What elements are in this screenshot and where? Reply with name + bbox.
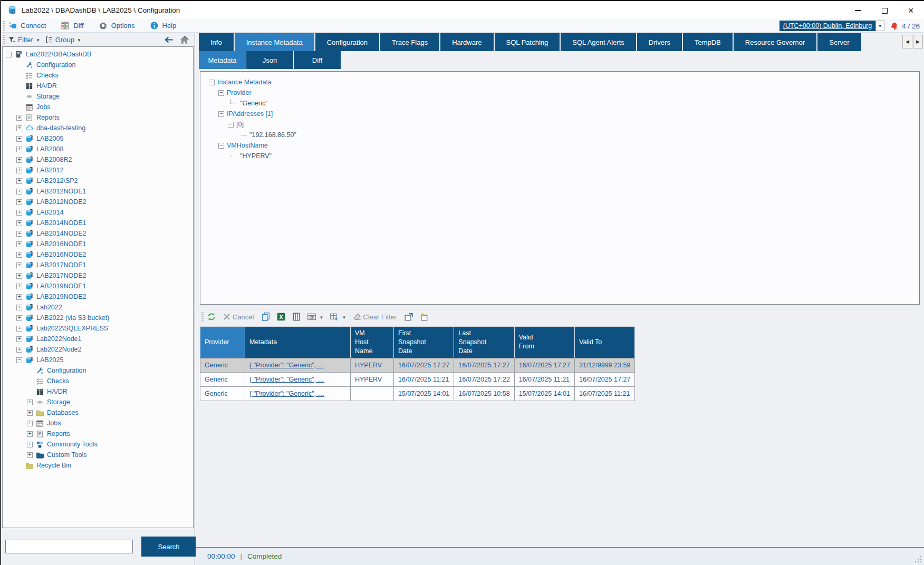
tab-scroll-left-button[interactable]: ◀ bbox=[902, 35, 912, 48]
tree-item-lab2025[interactable]: − LAB2025 bbox=[3, 355, 193, 365]
tree-item-community-tools[interactable]: + Community Tools bbox=[3, 439, 193, 450]
tab-hardware[interactable]: Hardware bbox=[440, 33, 493, 51]
filter-button[interactable]: Filter bbox=[18, 36, 33, 44]
tree-expander-icon[interactable]: + bbox=[16, 147, 22, 152]
tree-item-configuration[interactable]: Configuration bbox=[3, 365, 193, 376]
grid-cell-provider[interactable]: Generic bbox=[200, 358, 245, 372]
tree-expander-icon[interactable]: + bbox=[16, 326, 22, 332]
tree-item-reports[interactable]: + Reports bbox=[3, 112, 193, 123]
clear-filter-button[interactable]: Clear Filter bbox=[363, 313, 397, 321]
tree-item-lab2022[interactable]: + Lab2022 bbox=[3, 302, 193, 313]
tree-item-lab2016node1[interactable]: + LAB2016NODE1 bbox=[3, 239, 193, 249]
grid-cell-valid-to[interactable]: 16/07/2025 11:21 bbox=[574, 386, 634, 401]
grid-cell-first-snapshot-date[interactable]: 16/07/2025 17:27 bbox=[394, 358, 454, 372]
tab-drivers[interactable]: Drivers bbox=[637, 33, 682, 51]
open-new-window-button[interactable] bbox=[404, 312, 413, 322]
tree-item-jobs[interactable]: + Jobs bbox=[3, 418, 193, 428]
column-header-last-snapshot-date[interactable]: Last Snapshot Date bbox=[454, 327, 514, 358]
grid-cell-vm-host-name[interactable]: HYPERV bbox=[351, 358, 394, 372]
diff-button[interactable]: Diff bbox=[61, 21, 83, 30]
timezone-dropdown-button[interactable]: ▼ bbox=[875, 21, 884, 31]
tree-item-lab2022-sqlexpress[interactable]: + Lab2022\SQLEXPRESS bbox=[3, 323, 193, 334]
tree-expander-icon[interactable]: + bbox=[16, 336, 22, 342]
tree-item-lab2017node1[interactable]: + LAB2017NODE1 bbox=[3, 260, 193, 270]
cancel-button[interactable]: Cancel bbox=[233, 313, 254, 321]
tree-item-lab2022-dbadashdb[interactable]: − Lab2022\DBADashDB bbox=[3, 49, 193, 60]
tree-expander-icon[interactable]: − bbox=[16, 357, 22, 363]
metadata-json-link[interactable]: { "Provider": "Generic", … bbox=[249, 376, 324, 383]
refresh-button[interactable] bbox=[207, 312, 216, 322]
column-chooser-button[interactable] bbox=[292, 312, 301, 322]
tree-expander-icon[interactable]: + bbox=[27, 410, 33, 416]
grid-layout-dropdown-icon[interactable]: ▼ bbox=[342, 315, 346, 320]
maximize-button[interactable] bbox=[871, 1, 898, 20]
tree-expander-icon[interactable]: + bbox=[16, 347, 22, 353]
alerts-bell-icon[interactable] bbox=[890, 22, 899, 31]
home-button[interactable] bbox=[179, 35, 189, 45]
tree-item-lab2017node2[interactable]: + LAB2017NODE2 bbox=[3, 270, 193, 281]
grid-cell-last-snapshot-date[interactable]: 16/07/2025 17:22 bbox=[454, 372, 514, 386]
tree-expander-icon[interactable]: + bbox=[27, 442, 33, 447]
metadata-json-link[interactable]: { "Provider": "Generic", … bbox=[249, 362, 324, 369]
tree-expander-icon[interactable]: + bbox=[16, 252, 22, 258]
tree-item-recycle-bin[interactable]: Recycle Bin bbox=[3, 460, 193, 471]
grid-cell-valid-from[interactable]: 15/07/2025 14:01 bbox=[514, 386, 574, 401]
column-header-first-snapshot-date[interactable]: First Snapshot Date bbox=[394, 327, 454, 358]
tree-item-lab2008r2[interactable]: + LAB2008R2 bbox=[3, 154, 193, 165]
tree-item-configuration[interactable]: Configuration bbox=[3, 60, 193, 70]
metadata-expander-icon[interactable]: − bbox=[228, 122, 234, 128]
grid-row[interactable]: Generic{ "Provider": "Generic", …HYPERV1… bbox=[200, 358, 635, 372]
group-dropdown-icon[interactable]: ▼ bbox=[77, 38, 81, 43]
alert-count[interactable]: 4 / 26 bbox=[902, 22, 920, 30]
tree-expander-icon[interactable]: + bbox=[16, 273, 22, 279]
tree-item-lab2016node2[interactable]: + LAB2016NODE2 bbox=[3, 249, 193, 260]
tree-expander-icon[interactable]: + bbox=[27, 452, 33, 458]
grid-cell-valid-to[interactable]: 31/12/9999 23:59 bbox=[574, 358, 634, 372]
tree-expander-icon[interactable]: + bbox=[16, 241, 22, 247]
tree-item-lab2014[interactable]: + LAB2014 bbox=[3, 207, 193, 218]
grid-cell-first-snapshot-date[interactable]: 15/07/2025 14:01 bbox=[394, 386, 454, 401]
tree-item-ha-dr[interactable]: HA/DR bbox=[3, 386, 193, 397]
metadata-node-0[interactable]: − [0] bbox=[208, 119, 919, 130]
grid-row[interactable]: Generic{ "Provider": "Generic", …HYPERV1… bbox=[200, 372, 635, 386]
tree-item-lab2014node2[interactable]: + LAB2014NODE2 bbox=[3, 228, 193, 239]
metadata-node-provider[interactable]: − Provider bbox=[208, 87, 919, 98]
tree-expander-icon[interactable]: + bbox=[27, 431, 33, 437]
tree-item-lab2019node1[interactable]: + LAB2019NODE1 bbox=[3, 281, 193, 291]
close-button[interactable]: ✕ bbox=[898, 1, 924, 20]
tree-expander-icon[interactable]: + bbox=[16, 262, 22, 268]
copy-button[interactable] bbox=[261, 312, 271, 322]
tree-expander-icon[interactable]: + bbox=[16, 210, 22, 216]
grid-cell-metadata[interactable]: { "Provider": "Generic", … bbox=[245, 358, 351, 372]
metadata-expander-icon[interactable]: − bbox=[218, 143, 224, 149]
tree-expander-icon[interactable]: + bbox=[16, 168, 22, 173]
column-header-metadata[interactable]: Metadata bbox=[245, 327, 351, 358]
connect-button[interactable]: Connect bbox=[8, 21, 46, 30]
grid-cell-last-snapshot-date[interactable]: 16/07/2025 10:58 bbox=[454, 386, 514, 401]
tree-expander-icon[interactable]: + bbox=[16, 157, 22, 163]
tree-expander-icon[interactable]: + bbox=[16, 231, 22, 237]
minimize-button[interactable] bbox=[845, 1, 871, 20]
metadata-node-vmhostname[interactable]: − VMHostName bbox=[208, 140, 919, 151]
metadata-node-hyperv[interactable]: "HYPERV" bbox=[208, 151, 919, 161]
filter-dropdown-icon[interactable]: ▼ bbox=[36, 38, 40, 43]
tree-item-reports[interactable]: + Reports bbox=[3, 428, 193, 439]
column-header-valid-to[interactable]: Valid To bbox=[574, 327, 634, 358]
grid-row[interactable]: Generic{ "Provider": "Generic", …15/07/2… bbox=[200, 386, 635, 401]
grid-layout-button[interactable] bbox=[330, 312, 339, 322]
subtab-metadata[interactable]: Metadata bbox=[199, 51, 246, 69]
tree-item-ha-dr[interactable]: HA/DR bbox=[3, 81, 193, 91]
grid-cell-metadata[interactable]: { "Provider": "Generic", … bbox=[245, 386, 351, 401]
tree-item-dba-dash-testing[interactable]: + dba-dash-testing bbox=[3, 123, 193, 133]
grid-cell-provider[interactable]: Generic bbox=[200, 372, 245, 386]
tree-expander-icon[interactable]: + bbox=[16, 115, 22, 121]
tree-item-lab2012-sp2[interactable]: + LAB2012\SP2 bbox=[3, 176, 193, 186]
resize-grip[interactable] bbox=[915, 556, 922, 563]
grid-cell-vm-host-name[interactable]: HYPERV bbox=[351, 372, 394, 386]
tree-item-storage[interactable]: + Storage bbox=[3, 397, 193, 407]
export-excel-button[interactable] bbox=[276, 312, 286, 322]
tab-resource-governor[interactable]: Resource Governor bbox=[734, 33, 816, 51]
metadata-expander-icon[interactable]: − bbox=[209, 80, 215, 85]
grid-cell-metadata[interactable]: { "Provider": "Generic", … bbox=[245, 372, 351, 386]
tree-expander-icon[interactable]: + bbox=[16, 178, 22, 184]
